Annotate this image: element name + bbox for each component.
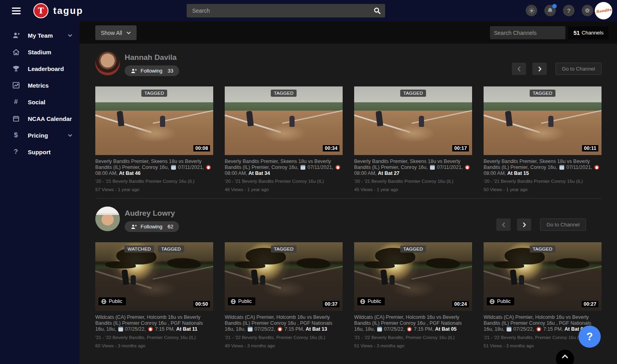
badge-row: TAGGED [484, 245, 602, 253]
prev-videos-button[interactable] [496, 218, 511, 231]
video-title[interactable]: Wildcats (CA) Premier, Holcomb 16u vs Be… [354, 314, 472, 332]
video-thumbnail[interactable]: TAGGED 00:17 [354, 86, 472, 155]
prev-videos-button[interactable] [512, 63, 526, 75]
video-subtitle: '20 - '21 Beverly Bandits Premier Conroy… [225, 179, 343, 184]
public-tag: Public [228, 297, 255, 305]
search-input[interactable] [187, 8, 369, 14]
public-tag: Public [357, 297, 385, 305]
video-subtitle: '21 - '22 Beverly Bandits, Premier Conro… [225, 335, 343, 340]
sidebar-item-metrics[interactable]: Metrics [0, 77, 79, 94]
following-button[interactable]: Following 33 [125, 65, 179, 76]
channel-avatar[interactable] [95, 207, 120, 231]
show-all-filter-dropdown[interactable]: Show All [95, 25, 137, 40]
video-title[interactable]: Wildcats (CA) Premier, Holcomb 16u vs Be… [95, 314, 213, 332]
badge-row: TAGGED [225, 90, 343, 97]
duration-badge: 00:37 [323, 301, 339, 307]
sidebar-item-label: Stadium [28, 49, 51, 56]
user-avatar[interactable]: Bandits [595, 2, 612, 19]
video-thumbnail[interactable]: TAGGED 00:34 [225, 86, 343, 155]
catcher-silhouette [131, 275, 136, 285]
status-badge: TAGGED [271, 245, 297, 253]
video-card[interactable]: WATCHEDTAGGED Public 00:50 Wildcats (CA)… [95, 242, 213, 348]
channel-avatar[interactable] [95, 51, 120, 75]
video-views: 46 Views - 1 year ago [225, 187, 343, 192]
umpire-silhouette [505, 111, 513, 126]
video-card[interactable]: TAGGED 00:08 Beverly Bandits Premier, Sk… [95, 86, 213, 192]
channel-search-input[interactable] [490, 30, 570, 36]
public-label: Public [109, 299, 122, 304]
video-subtitle: '21 - '22 Beverly Bandits, Premier Conro… [354, 335, 472, 340]
brightness-icon[interactable] [526, 5, 537, 16]
person-add-icon [131, 68, 137, 74]
video-thumbnail[interactable]: WATCHEDTAGGED Public 00:50 [95, 242, 213, 311]
sidebar-item-support[interactable]: ? Support [0, 144, 79, 160]
sidebar-item-label: Support [28, 149, 51, 155]
following-button[interactable]: Following 62 [125, 221, 179, 232]
public-label: Public [238, 299, 252, 304]
badge-row: TAGGED [225, 245, 343, 253]
video-subtitle: '20 - '21 Beverly Bandits Premier Conroy… [95, 179, 213, 184]
duration-badge: 00:11 [582, 145, 598, 151]
video-views: 57 Views - 1 year ago [95, 187, 213, 192]
duration-badge: 00:08 [193, 145, 210, 151]
video-title[interactable]: Beverly Bandits Premier, Skeens 18u vs B… [225, 159, 343, 176]
duration-badge: 00:24 [452, 301, 469, 307]
sidebar-item-my-team[interactable]: My Team [0, 27, 79, 44]
next-videos-button[interactable] [517, 218, 531, 231]
alarm-clock-icon [278, 327, 282, 331]
video-card[interactable]: TAGGED 00:11 Beverly Bandits Premier, Sk… [484, 86, 602, 192]
umpire-silhouette [376, 111, 384, 126]
brand-name: tagup [53, 5, 83, 16]
badge-row: TAGGED [354, 245, 472, 253]
sidebar: My Team Stadium Leaderboard Metrics # So… [0, 21, 79, 364]
topbar: T tagup ? Bandits [0, 0, 617, 21]
status-badge: TAGGED [530, 245, 556, 253]
sidebar-item-label: Social [28, 99, 45, 105]
gear-icon[interactable] [582, 5, 593, 16]
alarm-clock-icon [407, 327, 412, 331]
video-thumbnail[interactable]: TAGGED 00:08 [95, 86, 213, 155]
video-subtitle: '20 - '21 Beverly Bandits Premier Conroy… [484, 179, 602, 184]
search-icon[interactable] [369, 4, 385, 17]
sidebar-item-ncaa-calendar[interactable]: NCAA Calendar [0, 110, 79, 127]
calendar-icon [171, 165, 176, 170]
channel-name: Audrey Lowry [125, 209, 179, 218]
video-title[interactable]: Beverly Bandits Premier, Skeens 18u vs B… [95, 159, 213, 176]
video-thumbnail[interactable]: TAGGED Public 00:24 [354, 242, 472, 311]
bell-icon[interactable] [544, 5, 556, 16]
alarm-clock-icon [335, 165, 340, 170]
video-title[interactable]: Wildcats (CA) Premier, Holcomb 16u vs Be… [225, 314, 343, 332]
video-title[interactable]: Beverly Bandits Premier, Skeens 18u vs B… [484, 159, 602, 176]
go-to-channel-button[interactable]: Go to Channel [555, 63, 602, 75]
calendar-icon [507, 327, 511, 331]
help-icon[interactable]: ? [563, 5, 575, 16]
video-card[interactable]: TAGGED Public 00:24 Wildcats (CA) Premie… [354, 242, 472, 348]
sidebar-item-label: NCAA Calendar [28, 115, 72, 122]
video-card[interactable]: TAGGED 00:17 Beverly Bandits Premier, Sk… [354, 86, 472, 192]
video-thumbnail[interactable]: TAGGED Public 00:27 [484, 242, 602, 311]
scroll-to-top-button[interactable] [556, 350, 574, 364]
badge-row: TAGGED [354, 90, 472, 97]
sidebar-item-stadium[interactable]: Stadium [0, 44, 79, 60]
sidebar-item-social[interactable]: # Social [0, 94, 79, 110]
video-thumbnail[interactable]: TAGGED 00:11 [484, 86, 602, 155]
trophy-icon [12, 65, 20, 72]
following-count: 33 [168, 68, 173, 74]
tagup-logo-icon[interactable]: T [33, 3, 48, 18]
video-thumbnail[interactable]: TAGGED Public 00:37 [225, 242, 343, 311]
go-to-channel-button[interactable]: Go to Channel [540, 218, 586, 231]
chevron-right-icon [538, 66, 542, 72]
channels-count-button[interactable]: 51 Channels [568, 26, 609, 39]
video-title[interactable]: Beverly Bandits Premier, Skeens 18u vs B… [354, 159, 472, 176]
video-card[interactable]: TAGGED Public 00:37 Wildcats (CA) Premie… [225, 242, 343, 348]
video-card[interactable]: TAGGED 00:34 Beverly Bandits Premier, Sk… [225, 86, 343, 192]
calendar-icon [118, 327, 123, 331]
sidebar-item-leaderboard[interactable]: Leaderboard [0, 60, 79, 77]
following-label: Following [141, 68, 162, 74]
alarm-clock-icon [465, 165, 470, 170]
sidebar-item-pricing[interactable]: $ Pricing [0, 127, 79, 144]
chart-icon [12, 82, 20, 89]
next-videos-button[interactable] [532, 63, 547, 75]
hamburger-menu-icon[interactable] [12, 6, 21, 16]
help-fab-button[interactable]: ? [578, 326, 601, 348]
